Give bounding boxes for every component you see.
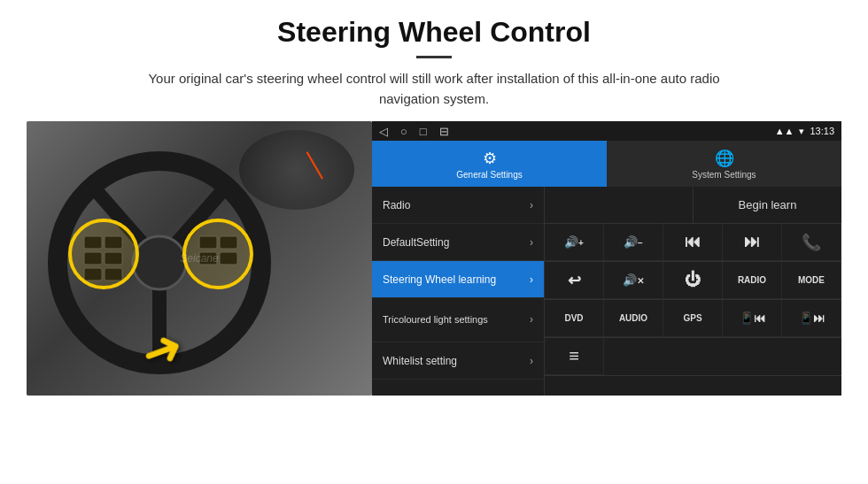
tab-system-label: System Settings xyxy=(692,170,756,180)
menu-item-steering[interactable]: Steering Wheel learning › xyxy=(372,261,544,298)
status-bar-right: ▲▲ ▾ 13:13 xyxy=(775,126,834,137)
control-row-4: ≡ xyxy=(545,338,841,376)
top-row: Begin learn xyxy=(545,187,841,224)
chevron-whitelist: › xyxy=(530,355,533,367)
menu-item-tricoloured[interactable]: Tricoloured light settings › xyxy=(372,298,544,342)
radio-label: RADIO xyxy=(738,275,766,285)
tab-system-settings[interactable]: 🌐 System Settings xyxy=(607,141,841,187)
content-area: ➜ Seicane ◁ ○ □ ⊟ ▲▲ ▾ 13:13 xyxy=(27,121,841,396)
svg-point-15 xyxy=(70,220,137,288)
phone-prev-icon: 📱⏮ xyxy=(740,311,765,325)
back-icon[interactable]: ◁ xyxy=(379,125,388,138)
ctrl-audio[interactable]: AUDIO xyxy=(604,300,663,337)
ctrl-dvd[interactable]: DVD xyxy=(545,300,604,337)
ctrl-radio[interactable]: RADIO xyxy=(723,262,782,299)
dvd-label: DVD xyxy=(564,313,583,323)
ctrl-power[interactable]: ⏻ xyxy=(663,262,723,299)
vol-up-icon: 🔊+ xyxy=(564,235,584,249)
gps-label: GPS xyxy=(683,313,701,323)
title-divider xyxy=(416,56,452,58)
page-wrapper: Steering Wheel Control Your original car… xyxy=(0,0,868,404)
menu-radio-label: Radio xyxy=(383,199,410,211)
ctrl-vol-up[interactable]: 🔊+ xyxy=(545,224,604,261)
menu-item-whitelist[interactable]: Whitelist setting › xyxy=(372,342,544,380)
watermark: Seicane xyxy=(180,252,218,265)
car-background: ➜ Seicane xyxy=(27,121,372,396)
nav-icons: ◁ ○ □ ⊟ xyxy=(379,125,449,138)
ctrl-back[interactable]: ↩ xyxy=(545,262,604,299)
status-bar: ◁ ○ □ ⊟ ▲▲ ▾ 13:13 xyxy=(372,121,841,141)
title-section: Steering Wheel Control Your original car… xyxy=(27,16,841,109)
ctrl-mode[interactable]: MODE xyxy=(782,262,841,299)
ctrl-list[interactable]: ≡ xyxy=(545,338,604,375)
ctrl-prev[interactable]: ⏮ xyxy=(663,224,723,261)
radio-display xyxy=(545,187,694,223)
menu-item-radio[interactable]: Radio › xyxy=(372,187,544,224)
tab-general-settings[interactable]: ⚙ General Settings xyxy=(372,141,607,187)
begin-learn-button[interactable]: Begin learn xyxy=(694,187,841,223)
menu-icon[interactable]: ⊟ xyxy=(439,125,449,138)
tab-bar: ⚙ General Settings 🌐 System Settings xyxy=(372,141,841,187)
left-menu: Radio › DefaultSetting › Steering Wheel … xyxy=(372,187,545,396)
ctrl-phone-prev[interactable]: 📱⏮ xyxy=(723,300,782,337)
chevron-default: › xyxy=(530,236,533,249)
phone-icon: 📞 xyxy=(802,233,821,252)
back-call-icon: ↩ xyxy=(568,271,581,290)
menu-tricoloured-label: Tricoloured light settings xyxy=(383,313,488,326)
chevron-tricoloured: › xyxy=(530,313,533,327)
car-image: ➜ Seicane xyxy=(27,121,372,396)
ctrl-gps[interactable]: GPS xyxy=(663,300,723,337)
recents-icon[interactable]: □ xyxy=(420,125,427,138)
mute-icon: 🔊✕ xyxy=(623,273,644,287)
right-panel: Begin learn 🔊+ 🔊− ⏮ xyxy=(545,187,841,396)
clock: 13:13 xyxy=(810,126,834,136)
chevron-radio: › xyxy=(530,199,533,211)
power-icon: ⏻ xyxy=(685,271,701,289)
ctrl-next[interactable]: ⏭ xyxy=(723,224,782,261)
control-row-3: DVD AUDIO GPS 📱⏮ 📱⏭ xyxy=(545,300,841,338)
audio-label: AUDIO xyxy=(619,313,647,323)
control-row-2: ↩ 🔊✕ ⏻ RADIO MODE xyxy=(545,262,841,300)
subtitle: Your original car's steering wheel contr… xyxy=(124,69,744,109)
wifi-icon: ▾ xyxy=(799,126,804,137)
next-icon: ⏭ xyxy=(744,233,760,251)
list-icon: ≡ xyxy=(569,346,579,366)
signal-icon: ▲▲ xyxy=(775,126,794,136)
home-icon[interactable]: ○ xyxy=(400,125,407,138)
general-settings-icon: ⚙ xyxy=(483,149,497,168)
android-panel: ◁ ○ □ ⊟ ▲▲ ▾ 13:13 ⚙ General Settings xyxy=(372,121,841,396)
panel-body: Radio › DefaultSetting › Steering Wheel … xyxy=(372,187,841,396)
menu-whitelist-label: Whitelist setting xyxy=(383,355,457,367)
menu-default-label: DefaultSetting xyxy=(383,236,449,249)
ctrl-phone-next[interactable]: 📱⏭ xyxy=(782,300,841,337)
ctrl-phone[interactable]: 📞 xyxy=(782,224,841,261)
vol-down-icon: 🔊− xyxy=(624,235,643,249)
system-settings-icon: 🌐 xyxy=(715,149,734,168)
ctrl-mute[interactable]: 🔊✕ xyxy=(604,262,663,299)
ctrl-vol-down[interactable]: 🔊− xyxy=(604,224,663,261)
page-title: Steering Wheel Control xyxy=(27,16,841,49)
menu-steering-label: Steering Wheel learning xyxy=(383,273,496,286)
mode-label: MODE xyxy=(798,275,825,285)
prev-icon: ⏮ xyxy=(685,233,701,251)
chevron-steering: › xyxy=(530,273,533,286)
phone-next-icon: 📱⏭ xyxy=(799,311,825,325)
svg-point-4 xyxy=(133,236,186,289)
menu-item-default[interactable]: DefaultSetting › xyxy=(372,224,544,261)
tab-general-label: General Settings xyxy=(456,170,523,180)
control-row-1: 🔊+ 🔊− ⏮ ⏭ 📞 xyxy=(545,224,841,262)
